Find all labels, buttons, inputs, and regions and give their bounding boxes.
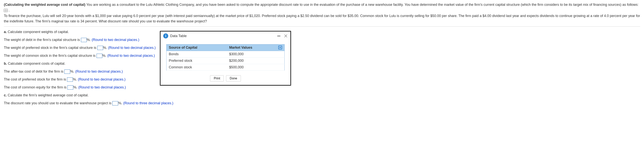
cell-source: Preferred stock bbox=[166, 58, 227, 64]
capital-structure-table: Source of Capital Market Values Bonds $3… bbox=[166, 44, 284, 71]
table-row: Bonds $300,000 bbox=[166, 51, 284, 58]
part-b: b. Calculate component costs of capital.… bbox=[4, 61, 640, 90]
weight-preferred-input[interactable] bbox=[97, 46, 103, 50]
pct-a1: %. bbox=[87, 38, 92, 42]
data-table-popup: i Data Table Source of Capital Market Va… bbox=[160, 31, 291, 86]
q-a1-pre: The weight of debt in the firm's capital… bbox=[4, 38, 81, 42]
q-b3-pre: The cost of common equity for the firm i… bbox=[4, 85, 68, 89]
part-c-title: Calculate the firm's weighted average co… bbox=[8, 93, 89, 97]
minimize-icon[interactable] bbox=[277, 36, 280, 36]
cost-common-input[interactable] bbox=[68, 85, 73, 90]
cost-preferred-input[interactable] bbox=[67, 77, 73, 82]
print-button[interactable]: Print bbox=[210, 75, 224, 81]
hint-b3: (Round to two decimal places.) bbox=[78, 85, 126, 89]
problem-statement: (Calculating the weighted average cost o… bbox=[4, 2, 640, 24]
part-a: a. Calculate component weights of capita… bbox=[4, 29, 640, 58]
pct-b1: %. bbox=[70, 70, 75, 73]
weight-common-input[interactable] bbox=[96, 54, 102, 58]
col-value: Market Values bbox=[227, 44, 284, 51]
hint-c1: (Round to three decimal places.) bbox=[123, 101, 173, 105]
problem-text-2: To finance the purchase, Lulu will sell … bbox=[4, 13, 640, 24]
copy-icon[interactable] bbox=[278, 46, 282, 49]
part-a-label: a. bbox=[4, 30, 7, 34]
problem-text-1a: You are working as a consultant to the L… bbox=[85, 3, 638, 7]
cell-value: $500,000 bbox=[227, 64, 284, 71]
done-button[interactable]: Done bbox=[226, 75, 241, 81]
part-b-label: b. bbox=[4, 62, 7, 65]
part-b-title: Calculate component costs of capital. bbox=[8, 62, 65, 65]
part-c: c. Calculate the firm's weighted average… bbox=[4, 93, 640, 106]
hint-a3: (Round to two decimal places.) bbox=[107, 54, 155, 58]
hint-b1: (Round to two decimal places.) bbox=[75, 70, 123, 73]
q-a2-pre: The weight of preferred stock in the fir… bbox=[4, 46, 97, 50]
part-a-title: Calculate component weights of capital. bbox=[8, 30, 69, 34]
part-c-label: c. bbox=[4, 93, 7, 97]
q-a3-pre: The weight of common stock in the firm's… bbox=[4, 54, 96, 58]
info-icon: i bbox=[163, 33, 168, 38]
data-table-icon[interactable] bbox=[4, 9, 8, 12]
problem-title: (Calculating the weighted average cost o… bbox=[4, 3, 85, 7]
cell-value: $300,000 bbox=[227, 51, 284, 58]
hint-b2: (Round to two decimal places.) bbox=[78, 77, 126, 81]
wacc-input[interactable] bbox=[112, 101, 118, 105]
table-row: Preferred stock $200,000 bbox=[166, 58, 284, 64]
q-b1-pre: The after-tax cost of debt for the firm … bbox=[4, 70, 64, 73]
weight-debt-input[interactable] bbox=[81, 38, 87, 42]
hint-a2: (Round to two decimal places.) bbox=[108, 46, 156, 50]
cell-source: Bonds bbox=[166, 51, 227, 58]
q-c1-pre: The discount rate you should use to eval… bbox=[4, 101, 112, 105]
pct-c1: %. bbox=[118, 101, 123, 105]
pct-b2: %. bbox=[73, 77, 78, 81]
popup-title: Data Table bbox=[170, 34, 187, 38]
popup-header: i Data Table bbox=[160, 32, 290, 40]
q-b2-pre: The cost of preferred stock for the firm… bbox=[4, 77, 67, 81]
close-icon[interactable] bbox=[284, 34, 288, 38]
hint-a1: (Round to two decimal places.) bbox=[92, 38, 139, 42]
problem-text-1b: . bbox=[8, 8, 10, 12]
cell-value: $200,000 bbox=[227, 58, 284, 64]
pct-b3: %. bbox=[73, 85, 78, 89]
cost-debt-input[interactable] bbox=[64, 70, 70, 74]
table-row: Common stock $500,000 bbox=[166, 64, 284, 71]
pct-a3: %. bbox=[102, 54, 107, 58]
col-source: Source of Capital bbox=[166, 44, 227, 51]
pct-a2: %. bbox=[103, 46, 108, 50]
cell-source: Common stock bbox=[166, 64, 227, 71]
